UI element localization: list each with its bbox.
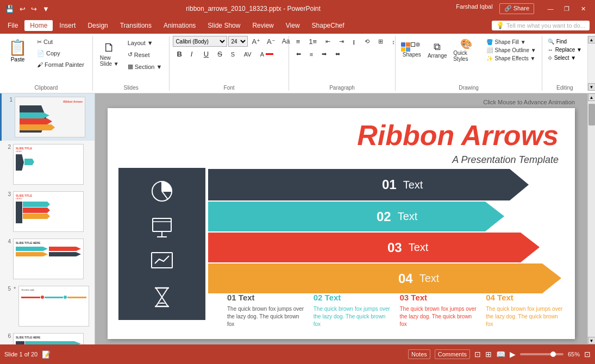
text-col-4-body: The quick brown fox jumps over the lazy … xyxy=(486,305,564,328)
layout-button[interactable]: Layout ▼ xyxy=(124,38,166,48)
menu-animations[interactable]: Animations xyxy=(158,20,201,31)
align-left-button[interactable]: ⬅ xyxy=(292,49,305,59)
reset-button[interactable]: ↺ Reset xyxy=(124,49,166,60)
align-right-button[interactable]: ➡ xyxy=(318,49,330,59)
cut-button[interactable]: ✂ Cut xyxy=(33,37,88,47)
font-size-select[interactable]: 24 xyxy=(228,36,248,47)
menu-transitions[interactable]: Transitions xyxy=(115,20,157,31)
text-col-4: 04 Text The quick brown fox jumps over t… xyxy=(486,293,564,328)
shape-fill-button[interactable]: 🪣 Shape Fill ▼ xyxy=(484,39,538,46)
menu-view[interactable]: View xyxy=(280,20,305,31)
menu-home[interactable]: Home xyxy=(24,20,53,31)
shadow-button[interactable]: S xyxy=(227,49,239,59)
slide-notes-status-icon[interactable]: 📝 xyxy=(42,350,51,359)
restore-button[interactable]: ❐ xyxy=(559,3,574,14)
menu-design[interactable]: Design xyxy=(82,20,113,31)
minimize-button[interactable]: — xyxy=(543,3,558,14)
shape-outline-button[interactable]: ⬜ Shape Outline ▼ xyxy=(484,47,538,54)
close-button[interactable]: ✕ xyxy=(575,3,591,14)
menu-slideshow[interactable]: Slide Show xyxy=(202,20,246,31)
quick-styles-button[interactable]: 🎨 Quick Styles xyxy=(450,36,483,64)
paragraph-label: Paragraph xyxy=(292,84,392,91)
editing-label: Editing xyxy=(546,84,584,91)
ribbon-scroll-up[interactable]: ▲ xyxy=(588,36,596,43)
shape-outline-label: Shape Outline ▼ xyxy=(495,47,536,53)
shapes-label: Shapes xyxy=(403,52,421,58)
numbering-button[interactable]: 1≡ xyxy=(305,36,321,47)
slide-info: Slide 1 of 20 xyxy=(4,351,37,357)
reading-view-icon[interactable]: 📖 xyxy=(496,350,505,359)
text-direction-button[interactable]: ⟲ xyxy=(361,36,373,47)
convert-smartart-button[interactable]: ⊞ xyxy=(374,36,387,47)
font-family-select[interactable]: Calibri (Body) xyxy=(173,36,227,47)
arrow-3: 03 Text xyxy=(208,233,540,262)
fit-slide-icon[interactable]: ⊡ xyxy=(584,350,591,359)
italic-button[interactable]: I xyxy=(187,48,199,60)
slide-thumb-6[interactable]: 6 SLIDE TITLE HERE xyxy=(0,330,95,344)
user-name[interactable]: Farshad Iqbal xyxy=(456,3,492,14)
ribbon: 📋 Paste ✂ Cut 📄 Copy 🖌 Format Painter Cl… xyxy=(0,34,595,93)
svg-line-3 xyxy=(162,191,168,199)
strikethrough-button[interactable]: S xyxy=(214,48,226,60)
normal-view-icon[interactable]: ⊡ xyxy=(474,350,481,359)
font-group: Calibri (Body) 24 A⁺ A⁻ Aa B I U S S AV … xyxy=(170,36,289,91)
text-col-1-title: 01 Text xyxy=(227,293,305,302)
tell-me-box[interactable]: 💡 Tell me what you want to do... xyxy=(492,21,590,30)
menu-insert[interactable]: Insert xyxy=(54,20,81,31)
increase-font-button[interactable]: A⁺ xyxy=(249,36,263,47)
scroll-up-button[interactable]: ▲ xyxy=(588,93,596,101)
replace-button[interactable]: ↔ Replace ▼ xyxy=(546,46,584,53)
decrease-font-button[interactable]: A⁻ xyxy=(264,36,278,47)
arrow-1: 01 Text xyxy=(208,169,529,200)
bullets-button[interactable]: ≡ xyxy=(292,36,304,47)
find-button[interactable]: 🔍 Find xyxy=(546,38,584,45)
slide-thumb-3[interactable]: 3 SLIDE TITLE HERE xyxy=(0,188,95,235)
slide-sorter-icon[interactable]: ⊞ xyxy=(485,350,492,359)
status-bar: Slide 1 of 20 📝 Notes Comments ⊡ ⊞ 📖 ▶ 6… xyxy=(0,344,595,364)
notes-button[interactable]: Notes xyxy=(408,349,430,359)
font-color-button[interactable]: A xyxy=(256,49,277,59)
share-button[interactable]: 🔗 Share xyxy=(499,3,534,14)
copy-button[interactable]: 📄 Copy xyxy=(33,48,88,59)
slide-canvas[interactable]: Ribbon Arrows A Presentation Template xyxy=(108,108,575,339)
ribbon-scroll-down[interactable]: ▼ xyxy=(588,83,596,91)
format-painter-button[interactable]: 🖌 Format Painter xyxy=(33,60,88,70)
slide-num-1: 1 xyxy=(5,97,12,103)
underline-button[interactable]: U xyxy=(200,48,212,60)
char-spacing-button[interactable]: AV xyxy=(240,49,255,59)
paste-button[interactable]: 📋 Paste xyxy=(3,36,32,71)
new-slide-button[interactable]: 🗋 NewSlide ▼ xyxy=(96,38,123,70)
slide-thumb-4[interactable]: 4 SLIDE TITLE HERE xyxy=(0,235,95,283)
customize-icon[interactable]: ▼ xyxy=(41,5,51,13)
slide-thumb-1[interactable]: 1 Ribbon Arrows xyxy=(0,93,95,141)
menu-review[interactable]: Review xyxy=(247,20,279,31)
paragraph-group: ≡ 1≡ ⇤ ⇥ ⫿ ⟲ ⊞ ↕ ⬅ ≡ ➡ ⬌ Paragraph xyxy=(289,36,396,91)
menu-shapechef[interactable]: ShapeChef xyxy=(306,20,350,31)
arrange-button[interactable]: ⧉ Arrange xyxy=(425,39,449,61)
increase-indent-button[interactable]: ⇥ xyxy=(335,36,348,47)
undo-icon[interactable]: ↩ xyxy=(18,5,27,13)
slide-thumb-2[interactable]: 2 SLIDE TITLE HERE xyxy=(0,141,95,188)
bold-button[interactable]: B xyxy=(173,48,185,60)
select-button[interactable]: ⊹ Select ▼ xyxy=(546,54,584,61)
slideshow-icon[interactable]: ▶ xyxy=(510,350,516,359)
shape-effects-button[interactable]: ✨ Shape Effects ▼ xyxy=(484,55,538,62)
columns-button[interactable]: ⫿ xyxy=(349,37,360,47)
scrollbar-thumb[interactable] xyxy=(588,104,595,125)
slide-num-5: 5 xyxy=(3,286,11,292)
arrow-4-num: 04 xyxy=(398,271,413,286)
justify-button[interactable]: ⬌ xyxy=(331,49,344,59)
redo-icon[interactable]: ↪ xyxy=(30,5,38,13)
shapes-button[interactable]: Shapes xyxy=(399,40,424,60)
slide-thumb-5[interactable]: 5 ★ Timeline style xyxy=(0,283,95,330)
scroll-down-button[interactable]: ▼ xyxy=(588,337,596,344)
menu-file[interactable]: File xyxy=(2,20,23,31)
chart-icon xyxy=(148,248,176,275)
section-button[interactable]: ▦ Section ▼ xyxy=(124,61,166,72)
zoom-slider[interactable] xyxy=(520,353,563,355)
decrease-indent-button[interactable]: ⇤ xyxy=(322,36,334,47)
comments-button[interactable]: Comments xyxy=(435,349,470,359)
save-icon[interactable]: 💾 xyxy=(4,5,15,13)
align-center-button[interactable]: ≡ xyxy=(306,49,317,59)
slide-5-meta: ★ xyxy=(13,286,16,290)
